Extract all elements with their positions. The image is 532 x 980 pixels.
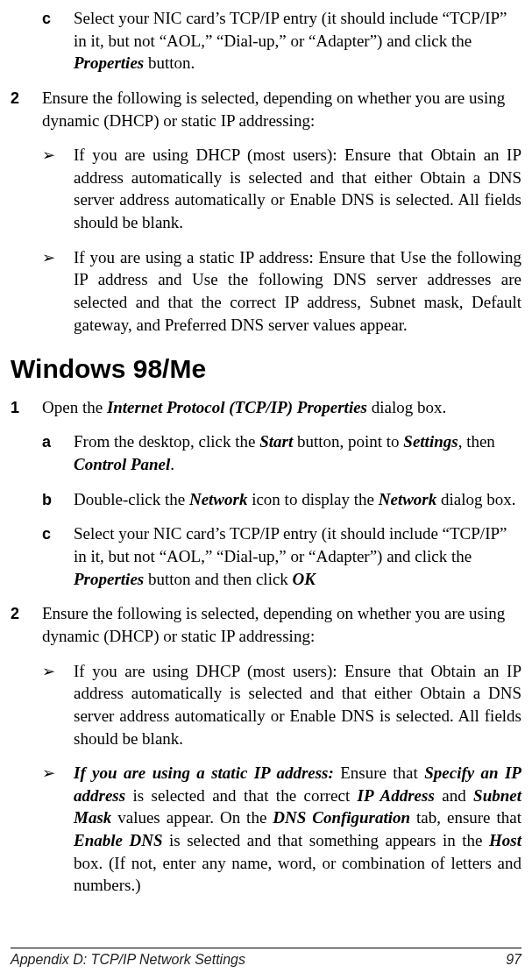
substep-marker: a: [42, 430, 74, 475]
bullet-icon: ➢: [42, 144, 74, 234]
bullet-icon: ➢: [42, 762, 74, 897]
substep-marker: c: [42, 7, 74, 75]
substep-body: Double-click the Network icon to display…: [74, 488, 521, 511]
footer-page-number: 97: [506, 950, 521, 969]
step-2-top: 2 Ensure the following is selected, depe…: [11, 87, 521, 131]
step-body: Open the Internet Protocol (TCP/IP) Prop…: [42, 396, 521, 419]
substep-body: Select your NIC card’s TCP/IP entry (it …: [74, 7, 521, 75]
win-step-2: 2 Ensure the following is selected, depe…: [11, 602, 521, 647]
step-body: Ensure the following is selected, depend…: [42, 602, 521, 647]
substep-body: Select your NIC card’s TCP/IP entry (it …: [74, 522, 521, 590]
win-step-1: 1 Open the Internet Protocol (TCP/IP) Pr…: [11, 396, 521, 419]
bullet-text: If you are using a static IP address: En…: [74, 246, 521, 337]
footer-left: Appendix D: TCP/IP Network Settings: [11, 950, 245, 969]
bullet-text: If you are using DHCP (most users): Ensu…: [74, 660, 521, 750]
substep-body: From the desktop, click the Start button…: [74, 430, 521, 475]
heading-windows-98-me: Windows 98/Me: [11, 352, 521, 387]
step-marker: 1: [11, 396, 42, 419]
bullet-text: If you are using a static IP address: En…: [74, 762, 521, 897]
step-marker: 2: [11, 602, 42, 647]
bullet-icon: ➢: [42, 660, 74, 750]
win-substep-c: c Select your NIC card’s TCP/IP entry (i…: [42, 522, 521, 590]
substep-marker: c: [42, 522, 74, 590]
win-bullet-static: ➢ If you are using a static IP address: …: [42, 762, 521, 897]
step-marker: 2: [11, 87, 42, 131]
substep-c-top: c Select your NIC card’s TCP/IP entry (i…: [42, 7, 521, 75]
page-content: c Select your NIC card’s TCP/IP entry (i…: [11, 7, 521, 897]
win-substep-b: b Double-click the Network icon to displ…: [42, 488, 521, 511]
win-bullet-dhcp: ➢ If you are using DHCP (most users): En…: [42, 660, 521, 750]
page-footer: Appendix D: TCP/IP Network Settings 97: [11, 948, 521, 969]
step-body: Ensure the following is selected, depend…: [42, 87, 521, 131]
bullet-static-top: ➢ If you are using a static IP address: …: [42, 246, 521, 337]
bullet-text: If you are using DHCP (most users): Ensu…: [74, 144, 521, 234]
bullet-icon: ➢: [42, 246, 74, 337]
substep-marker: b: [42, 488, 74, 511]
bullet-dhcp-top: ➢ If you are using DHCP (most users): En…: [42, 144, 521, 234]
win-substep-a: a From the desktop, click the Start butt…: [42, 430, 521, 475]
